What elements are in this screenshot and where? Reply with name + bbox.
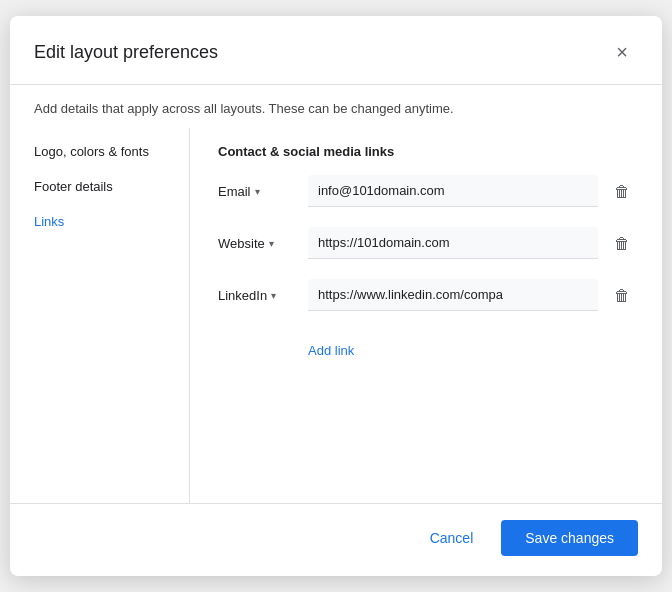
sidebar: Logo, colors & fonts Footer details Link… <box>10 128 190 503</box>
close-icon: × <box>616 41 628 64</box>
dialog-title: Edit layout preferences <box>34 42 218 63</box>
website-input-wrapper <box>308 227 598 259</box>
link-row-email: Email ▾ <box>218 175 638 207</box>
trash-icon <box>614 181 630 202</box>
sidebar-item-footer-details[interactable]: Footer details <box>34 171 189 202</box>
linkedin-input[interactable] <box>308 279 598 311</box>
delete-website-button[interactable] <box>606 227 638 259</box>
link-row-linkedin: LinkedIn ▾ <box>218 279 638 311</box>
sidebar-item-links[interactable]: Links <box>34 206 189 237</box>
link-type-linkedin[interactable]: LinkedIn ▾ <box>218 288 308 303</box>
chevron-down-icon: ▾ <box>271 290 276 301</box>
main-content: Contact & social media links Email ▾ Web… <box>190 128 662 503</box>
email-input-wrapper <box>308 175 598 207</box>
email-input[interactable] <box>308 175 598 207</box>
website-input[interactable] <box>308 227 598 259</box>
save-changes-button[interactable]: Save changes <box>501 520 638 556</box>
sidebar-item-logo-colors-fonts[interactable]: Logo, colors & fonts <box>34 136 189 167</box>
trash-icon <box>614 233 630 254</box>
edit-layout-dialog: Edit layout preferences × Add details th… <box>10 16 662 576</box>
dialog-subtitle: Add details that apply across all layout… <box>10 85 662 128</box>
add-link-button[interactable]: Add link <box>308 335 354 366</box>
section-title: Contact & social media links <box>218 144 638 159</box>
dialog-header: Edit layout preferences × <box>10 16 662 85</box>
dialog-footer: Cancel Save changes <box>10 503 662 576</box>
delete-linkedin-button[interactable] <box>606 279 638 311</box>
close-button[interactable]: × <box>606 36 638 68</box>
chevron-down-icon: ▾ <box>255 186 260 197</box>
trash-icon <box>614 285 630 306</box>
linkedin-input-wrapper <box>308 279 598 311</box>
cancel-button[interactable]: Cancel <box>414 522 490 554</box>
delete-email-button[interactable] <box>606 175 638 207</box>
link-row-website: Website ▾ <box>218 227 638 259</box>
chevron-down-icon: ▾ <box>269 238 274 249</box>
dialog-body: Logo, colors & fonts Footer details Link… <box>10 128 662 503</box>
link-type-email[interactable]: Email ▾ <box>218 184 308 199</box>
link-type-website[interactable]: Website ▾ <box>218 236 308 251</box>
